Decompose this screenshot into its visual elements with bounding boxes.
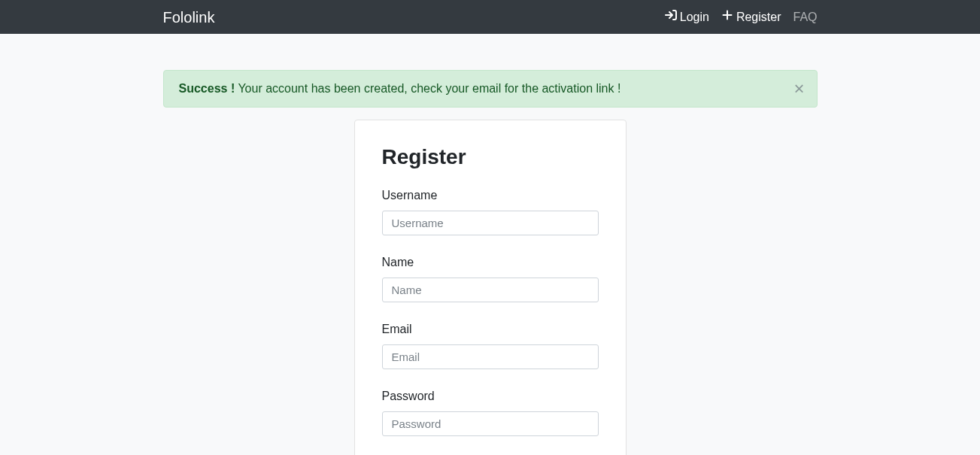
nav-login[interactable]: Login [665, 8, 709, 26]
alert-close-button[interactable]: × [790, 77, 807, 101]
success-alert: Success ! Your account has been created,… [163, 70, 818, 108]
nav-faq[interactable]: FAQ [793, 8, 817, 26]
nav-login-label: Login [680, 8, 709, 26]
group-email: Email [382, 320, 599, 369]
alert-strong: Success ! [179, 82, 235, 95]
group-password: Password [382, 387, 599, 436]
nav-register[interactable]: Register [721, 8, 781, 26]
nav-faq-label: FAQ [793, 8, 817, 26]
username-label: Username [382, 187, 599, 205]
name-label: Name [382, 253, 599, 271]
navbar: Fololink Login Register FAQ [0, 0, 980, 34]
main-container: Success ! Your account has been created,… [163, 34, 818, 455]
close-icon: × [793, 78, 804, 99]
nav-register-label: Register [736, 8, 781, 26]
name-input[interactable] [382, 278, 599, 302]
password-label: Password [382, 387, 599, 405]
email-label: Email [382, 320, 599, 338]
password-input[interactable] [382, 411, 599, 436]
brand-logo[interactable]: Fololink [163, 6, 215, 29]
sign-in-icon [665, 8, 677, 26]
alert-message: Your account has been created, check you… [235, 82, 620, 95]
email-input[interactable] [382, 344, 599, 369]
group-username: Username [382, 187, 599, 235]
nav-right: Login Register FAQ [665, 8, 818, 26]
group-name: Name [382, 253, 599, 302]
register-card: Register Username Name Email Password [354, 120, 627, 455]
plus-icon [721, 8, 733, 26]
username-input[interactable] [382, 211, 599, 235]
form-title: Register [382, 141, 599, 173]
